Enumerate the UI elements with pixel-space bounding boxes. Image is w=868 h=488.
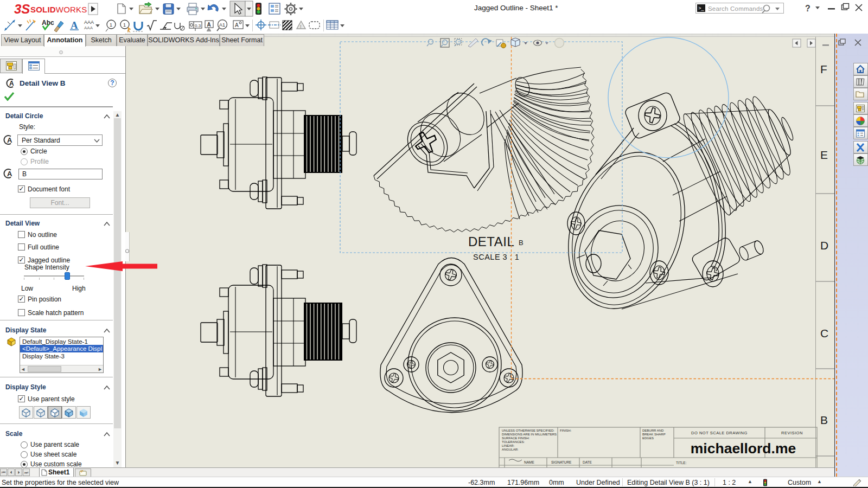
svg-text:REVISION: REVISION [781,431,803,435]
svg-text:0.3: 0.3 [195,23,201,28]
svg-text:!: ! [300,24,302,29]
svg-text:UNLESS OTHERWISE SPECIFIED:: UNLESS OTHERWISE SPECIFIED: [502,429,554,432]
svg-text:ANGULAR:: ANGULAR: [502,448,519,451]
svg-text:EDGES: EDGES [642,436,654,440]
svg-text:A1: A1 [219,22,225,28]
svg-text:michaellord.me: michaellord.me [691,440,796,457]
svg-text:SOLIDWORKS: SOLIDWORKS [30,5,87,14]
svg-text:A: A [235,22,239,28]
svg-text:A: A [7,136,12,144]
svg-text:A: A [9,80,14,87]
svg-text:DATE: DATE [583,460,592,464]
svg-text:F: F [820,63,827,75]
svg-text:3S: 3S [14,2,30,16]
svg-text:FINISH:: FINISH: [560,429,572,432]
svg-text:A: A [207,22,211,28]
svg-text:DIMENSIONS ARE IN MILLIMETERS: DIMENSIONS ARE IN MILLIMETERS [502,433,557,436]
svg-text:DETAIL: DETAIL [468,234,514,249]
svg-text:BREAK SHARP: BREAK SHARP [642,433,666,436]
svg-text:1: 1 [110,22,112,28]
svg-text:C: C [820,327,828,339]
svg-text:DEBURR AND: DEBURR AND [642,429,664,432]
svg-text:A: A [7,170,12,178]
svg-text:1: 1 [123,22,126,28]
svg-text:B: B [820,414,828,426]
svg-text:TOLERANCES:: TOLERANCES: [502,440,525,444]
svg-text:NAME: NAME [524,460,534,464]
svg-text:LINEAR:: LINEAR: [502,444,515,447]
svg-text:SCALE 3 : 1: SCALE 3 : 1 [473,253,519,261]
svg-text:A: A [71,20,78,31]
svg-text:DO NOT SCALE DRAWING: DO NOT SCALE DRAWING [691,431,748,435]
svg-text:AAA: AAA [84,20,94,25]
svg-text:E: E [820,149,828,161]
svg-text:SIGNATURE: SIGNATURE [551,460,572,464]
svg-text:B: B [519,239,524,247]
svg-text:D: D [820,239,828,252]
svg-text:TITLE:: TITLE: [676,461,687,465]
svg-text:?: ? [805,4,810,13]
svg-text:SURFACE FINISH:: SURFACE FINISH: [502,436,530,440]
svg-text:AAA: AAA [84,25,93,30]
